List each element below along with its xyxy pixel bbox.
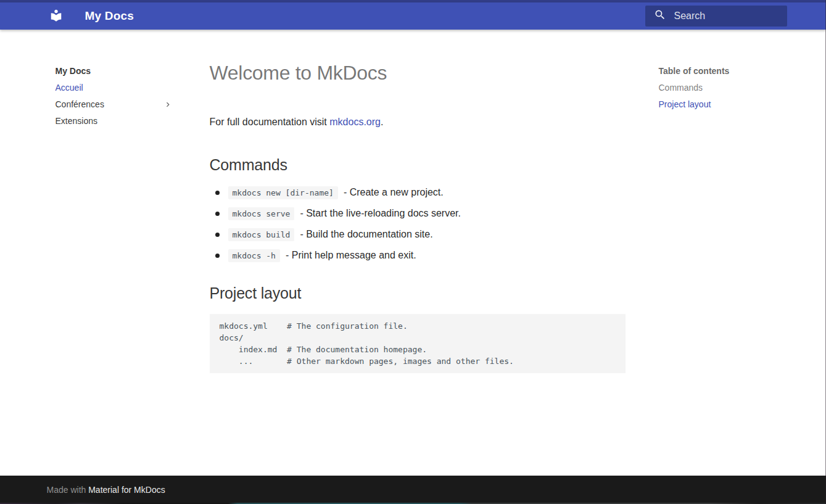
code-block: mkdocs.yml # The configuration file. doc… <box>210 314 626 373</box>
list-item: mkdocs serve - Start the live-reloading … <box>210 207 626 220</box>
chevron-right-icon <box>163 100 173 109</box>
page-footer: Made with Material for MkDocs <box>0 476 826 504</box>
sidebar-site-title: My Docs <box>56 65 175 77</box>
site-title[interactable]: My Docs <box>85 9 134 23</box>
inline-code: mkdocs -h <box>228 249 280 262</box>
sidebar-item-label: Extensions <box>56 115 97 127</box>
search-input[interactable] <box>674 10 776 22</box>
sidebar-item-extensions[interactable]: Extensions <box>56 115 175 127</box>
table-of-contents: Table of contents Commands Project layou… <box>640 30 790 476</box>
intro-paragraph: For full documentation visit mkdocs.org. <box>210 115 626 130</box>
toc-item-project-layout[interactable]: Project layout <box>659 98 790 110</box>
command-description: - Print help message and exit. <box>286 249 416 262</box>
inline-code: mkdocs new [dir-name] <box>228 186 338 199</box>
page-title: Welcome to MkDocs <box>210 60 626 85</box>
command-description: - Start the live-reloading docs server. <box>300 207 461 220</box>
intro-text: For full documentation visit <box>210 117 330 127</box>
commands-list: mkdocs new [dir-name] - Create a new pro… <box>210 186 626 262</box>
list-item: mkdocs build - Build the documentation s… <box>210 228 626 241</box>
mkdocs-org-link[interactable]: mkdocs.org <box>329 117 381 127</box>
toc-item-commands[interactable]: Commands <box>659 81 790 94</box>
command-description: - Build the documentation site. <box>300 228 432 241</box>
command-description: - Create a new project. <box>344 186 444 199</box>
sidebar-item-conferences[interactable]: Conférences <box>56 98 175 110</box>
inline-code: mkdocs serve <box>228 207 295 220</box>
sidebar-item-label: Accueil <box>56 81 83 94</box>
material-for-mkdocs-link[interactable]: Material for MkDocs <box>88 485 165 495</box>
toc-title: Table of contents <box>659 65 790 77</box>
search-icon <box>645 9 674 23</box>
site-logo-button[interactable] <box>49 9 64 23</box>
local-library-icon <box>49 14 63 24</box>
intro-text-suffix: . <box>381 117 383 127</box>
main-content: Welcome to MkDocs For full documentation… <box>186 30 640 476</box>
inline-code: mkdocs build <box>228 228 295 241</box>
app-header: My Docs <box>0 2 826 30</box>
footer-credit: Made with Material for MkDocs <box>47 485 165 495</box>
list-item: mkdocs -h - Print help message and exit. <box>210 249 626 262</box>
page-layout: My Docs Accueil Conférences Extensions W… <box>37 30 790 476</box>
sidebar-item-label: Conférences <box>56 98 104 110</box>
sidebar-item-accueil[interactable]: Accueil <box>56 81 175 94</box>
section-heading-commands: Commands <box>210 155 626 175</box>
search-box[interactable] <box>645 6 787 27</box>
made-with-text: Made with <box>47 485 89 495</box>
section-heading-project-layout: Project layout <box>210 284 626 303</box>
list-item: mkdocs new [dir-name] - Create a new pro… <box>210 186 626 199</box>
primary-sidebar: My Docs Accueil Conférences Extensions <box>37 30 186 476</box>
